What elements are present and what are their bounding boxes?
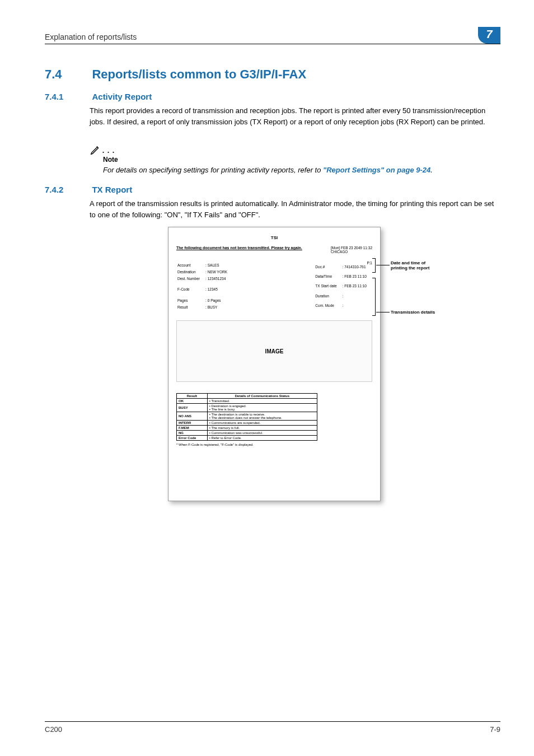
th-details: Details of Communications Status (207, 393, 317, 398)
left-detail-table: Account: SALES Destination: NEW YORK Des… (176, 262, 233, 311)
print-location: CHICAGO (331, 250, 372, 254)
th-result: Result (177, 393, 208, 398)
bracket-1 (372, 258, 376, 273)
table-row: INTERR• Communications are suspended. (177, 420, 317, 425)
note-body: For details on specifying settings for p… (103, 165, 500, 176)
note-dots: ... (102, 144, 117, 156)
note-text-prefix: For details on specifying settings for p… (103, 166, 323, 174)
table-row: NG• Communication was unsuccessful. (177, 430, 317, 435)
section-number: 7.4 (45, 67, 90, 82)
callout-line-1 (376, 265, 390, 265)
page-num: P.1 (367, 261, 372, 265)
right-detail-table: Doc.#: 7414310-761 Data/Time: FEB 23 11:… (314, 262, 372, 311)
table-row: Error Code• Refer to Error Code. (177, 435, 317, 440)
subsection-title: Activity Report (92, 92, 152, 101)
header-chapter-badge: 7 (478, 27, 500, 44)
figure-footnote: * When F-Code is registered, "F-Code" is… (176, 443, 372, 446)
table-row: BUSY• Destination is engaged. • The line… (177, 403, 317, 412)
table-row: F.MEM• The memory is full. (177, 425, 317, 430)
image-placeholder: IMAGE (176, 320, 372, 382)
bracket-2 (372, 278, 376, 316)
report-sheet: TSI P.1 The following document has not b… (168, 227, 381, 501)
callout-line-2 (376, 312, 390, 312)
page: Explanation of reports/lists 7 7.4 Repor… (0, 0, 534, 756)
note-ref-link[interactable]: "Report Settings" on page 9-24 (323, 166, 430, 174)
warning-message: The following document has not been tran… (176, 246, 302, 250)
section-title: Reports/lists common to G3/IP/I-FAX (92, 67, 306, 82)
page-footer: C200 7-9 (45, 721, 500, 734)
table-row: OK• Transmitted. (177, 398, 317, 403)
tsi-label: TSI (176, 235, 372, 240)
header-title: Explanation of reports/lists (45, 32, 137, 41)
section-7-4-2: 7.4.2 TX Report A report of the transmis… (45, 185, 500, 220)
tx-report-figure: TSI P.1 The following document has not b… (168, 227, 425, 501)
body-text: A report of the transmission results is … (90, 198, 500, 220)
body-text: This report provides a record of transmi… (90, 105, 500, 127)
status-table: Result Details of Communications Status … (176, 393, 317, 441)
section-7-4: 7.4 Reports/lists common to G3/IP/I-FAX (45, 67, 500, 82)
subsection-number: 7.4.1 (45, 92, 90, 101)
note-block: ... Note For details on specifying setti… (45, 143, 500, 176)
subsection-number: 7.4.2 (45, 185, 90, 194)
callout-date: Date and time of printing the report (391, 260, 430, 270)
note-label: Note (103, 156, 500, 164)
section-7-4-1: 7.4.1 Activity Report This report provid… (45, 92, 500, 127)
callout-transmission: Transmission details (391, 310, 435, 315)
pencil-icon (90, 143, 102, 156)
detail-columns: Account: SALES Destination: NEW YORK Des… (176, 262, 372, 311)
footer-right: 7-9 (490, 725, 500, 734)
subsection-title: TX Report (92, 185, 132, 194)
note-text-suffix: . (430, 166, 433, 174)
print-date: [Mon] FEB 23 2049 11:32 (331, 246, 372, 250)
footer-left: C200 (45, 725, 62, 734)
table-row: NO ANS• The destination is unable to rec… (177, 412, 317, 420)
header-rule (45, 44, 500, 44)
